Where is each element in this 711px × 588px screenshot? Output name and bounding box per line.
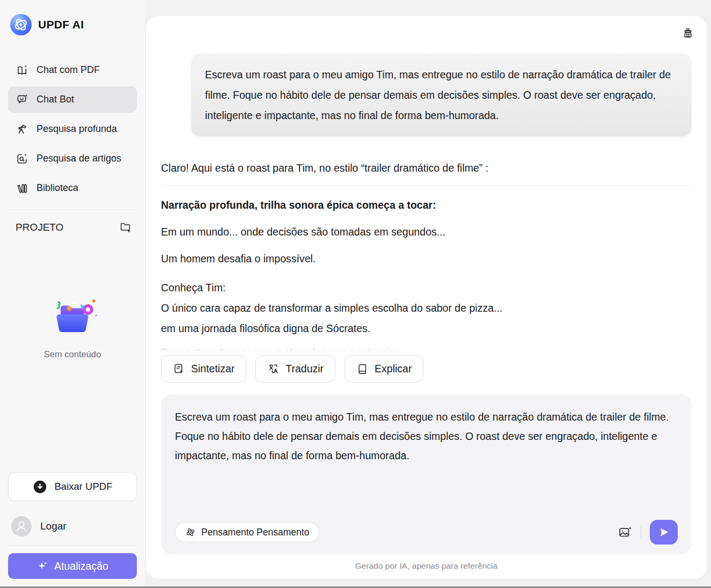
chat-history: Escreva um roast para o meu amigo Tim, m… (161, 16, 692, 351)
library-icon (16, 182, 28, 195)
ai-heading-text: Narração profunda, trilha sonora épica c… (161, 197, 692, 213)
download-button-label: Baixar UPDF (55, 481, 113, 493)
app-window: UPDF AI Chat com PDF Chat Bot (0, 0, 711, 588)
chat-card: Escreva um roast para o meu amigo Tim, m… (146, 16, 707, 579)
avatar (11, 516, 32, 536)
composer-toolbar: Pensamento Pensamento (175, 520, 678, 545)
sidebar-item-biblioteca[interactable]: Biblioteca (8, 175, 137, 201)
explain-label: Explicar (375, 363, 412, 375)
summarize-icon (173, 363, 185, 375)
sidebar-item-pesquisa-de-artigos[interactable]: Pesquisa de artigos (8, 145, 137, 172)
ai-paragraph-3: Conheça Tim: O único cara capaz de trans… (161, 277, 692, 339)
project-section-header: PROJETO (8, 218, 137, 237)
ai-paragraph-3-line-3: em uma jornada filosófica digna de Sócra… (161, 318, 692, 339)
toolbar-divider (641, 526, 641, 539)
ai-divider (161, 185, 692, 186)
sidebar-bottom: Baixar UPDF Logar Atualização (8, 472, 137, 579)
send-button[interactable] (650, 520, 678, 545)
explain-button[interactable]: Explicar (344, 355, 423, 383)
ai-intro-text: Claro! Aqui está o roast para Tim, no es… (161, 160, 692, 176)
app-title: UPDF AI (38, 18, 84, 31)
sidebar-divider (9, 210, 136, 210)
sidebar-item-label: Pesquisa de artigos (36, 152, 121, 165)
sparkle-icon (36, 560, 48, 572)
project-empty-state: Sem conteúdo (8, 297, 137, 359)
composer-right-controls (618, 520, 678, 545)
sidebar-divider-bottom (9, 545, 136, 546)
upgrade-button[interactable]: Atualização (8, 553, 137, 579)
app-logo: UPDF AI (10, 14, 135, 35)
user-message-bubble: Escreva um roast para o meu amigo Tim, m… (191, 54, 692, 136)
document-search-icon (16, 152, 28, 165)
send-icon (657, 526, 670, 539)
ai-paragraph-faded: Enquanto outros pegam o elevador sem pes… (161, 344, 692, 351)
thinking-mode-button[interactable]: Pensamento Pensamento (175, 522, 319, 542)
sidebar-item-label: Pesquisa profunda (36, 122, 117, 136)
login-row[interactable]: Logar (11, 516, 134, 536)
image-sparkle-icon (618, 525, 632, 540)
new-folder-icon[interactable] (119, 221, 131, 233)
project-label: PROJETO (16, 222, 63, 233)
sidebar-item-pesquisa-profunda[interactable]: Pesquisa profunda (8, 116, 137, 142)
sidebar-item-label: Biblioteca (36, 181, 78, 195)
thinking-mode-label: Pensamento Pensamento (201, 527, 309, 538)
sidebar-item-chat-bot[interactable]: Chat Bot (8, 86, 137, 113)
ai-message: Claro! Aqui está o roast para Tim, no es… (161, 160, 692, 351)
download-updf-button[interactable]: Baixar UPDF (8, 472, 137, 501)
atom-icon (185, 527, 196, 538)
sidebar: UPDF AI Chat com PDF Chat Bot (0, 0, 145, 586)
sidebar-item-label: Chat com PDF (36, 63, 100, 77)
quick-actions: Sintetizar Traduzir (161, 355, 692, 383)
book-icon (356, 363, 369, 375)
broom-icon (681, 27, 695, 41)
ai-paragraph-3-line-1: Conheça Tim: (161, 277, 692, 298)
empty-state-label: Sem conteúdo (44, 349, 101, 359)
empty-folder-illustration (47, 297, 98, 342)
ai-paragraph-1: Em um mundo... onde decisões são tomadas… (161, 224, 692, 240)
ai-paragraph-3-line-2: O único cara capaz de transformar a simp… (161, 298, 692, 318)
ai-paragraph-2: Um homem desafia o impossível. (161, 251, 692, 267)
sidebar-item-chat-com-pdf[interactable]: Chat com PDF (8, 57, 137, 83)
chat-bot-icon (16, 93, 28, 106)
image-generate-button[interactable] (618, 525, 632, 540)
summarize-button[interactable]: Sintetizar (161, 355, 246, 383)
clear-chat-button[interactable] (681, 27, 695, 41)
translate-icon (267, 363, 280, 375)
ai-disclaimer: Gerado por IA, apenas para referência (161, 554, 692, 576)
updf-ai-logo-icon (10, 14, 32, 35)
book-sparkle-icon (16, 64, 28, 77)
download-icon (33, 480, 47, 494)
translate-button[interactable]: Traduzir (255, 355, 335, 383)
main-area: Escreva um roast para o meu amigo Tim, m… (145, 0, 711, 586)
translate-label: Traduzir (285, 363, 324, 375)
message-input[interactable]: Escreva um roast para o meu amigo Tim, m… (175, 407, 678, 465)
login-label: Logar (40, 520, 67, 532)
summarize-label: Sintetizar (191, 363, 234, 375)
sidebar-item-label: Chat Bot (36, 93, 74, 106)
composer: Escreva um roast para o meu amigo Tim, m… (161, 394, 692, 554)
upgrade-button-label: Atualização (54, 560, 108, 572)
telescope-icon (16, 123, 28, 136)
